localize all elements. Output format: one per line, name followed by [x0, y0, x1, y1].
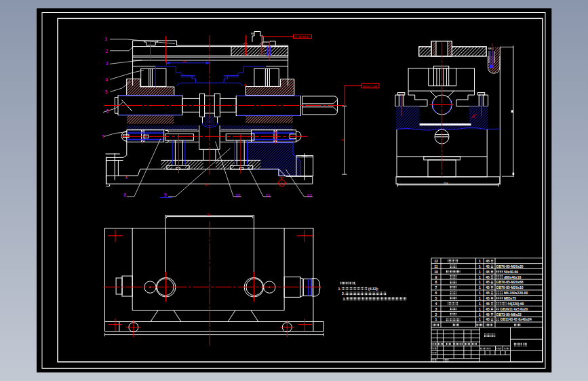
svg-text:GB70-85-M20x88: GB70-85-M20x88 — [496, 280, 524, 284]
svg-text:M8x1: M8x1 — [488, 47, 494, 50]
svg-text:GB2911 4x5 6x20: GB2911 4x5 6x20 — [501, 307, 528, 311]
svg-text:GB70-85-M20x35: GB70-85-M20x35 — [496, 264, 524, 268]
svg-text:M8: M8 — [251, 33, 254, 35]
svg-text:44(220)-60: 44(220)-60 — [507, 302, 524, 306]
svg-text:1: 1 — [479, 275, 481, 279]
svg-text:4: 4 — [435, 302, 437, 306]
svg-text:3: 3 — [435, 307, 437, 311]
svg-text:5: 5 — [435, 296, 437, 300]
svg-text:9: 9 — [435, 275, 437, 279]
svg-text:1: 1 — [479, 264, 481, 268]
svg-text:12: 12 — [307, 193, 313, 198]
svg-text:45: 45 — [486, 264, 490, 268]
svg-text:9: 9 — [164, 193, 167, 197]
svg-text:11: 11 — [434, 264, 438, 268]
svg-text:4: 4 — [106, 77, 109, 82]
svg-text:8: 8 — [124, 193, 127, 197]
svg-text:45: 45 — [486, 307, 490, 311]
svg-text:1: 1 — [479, 313, 481, 317]
svg-text:45: 45 — [486, 280, 490, 284]
svg-text:10: 10 — [434, 270, 438, 274]
svg-text:45: 45 — [486, 317, 490, 321]
svg-text:1: 1 — [479, 307, 481, 311]
svg-text:6: 6 — [435, 291, 437, 295]
svg-text:7: 7 — [435, 285, 437, 289]
svg-text:(4-32);: (4-32); — [368, 287, 378, 291]
svg-text:45: 45 — [486, 296, 490, 300]
svg-text:45: 45 — [486, 285, 490, 289]
svg-text:45: 45 — [486, 270, 490, 274]
svg-text:3.: 3. — [343, 297, 347, 301]
svg-text:11 GB/T68-85: 11 GB/T68-85 — [294, 36, 309, 39]
svg-text:8: 8 — [435, 280, 437, 284]
svg-text:M85x75: M85x75 — [504, 296, 516, 300]
svg-text:1: 1 — [479, 296, 481, 300]
svg-text:1: 1 — [479, 291, 481, 295]
svg-text:134: 134 — [444, 182, 448, 185]
svg-text:6: 6 — [106, 108, 109, 113]
svg-text:75: 75 — [341, 138, 345, 142]
svg-text:407: 407 — [205, 184, 209, 186]
svg-text:1: 1 — [479, 317, 481, 321]
svg-text:1: 1 — [105, 37, 108, 41]
svg-text:45: 45 — [486, 259, 490, 263]
svg-text:GB70-85-M20x10: GB70-85-M20x10 — [496, 285, 524, 289]
svg-text:1: 1 — [479, 302, 481, 306]
svg-text:12: 12 — [434, 259, 438, 263]
svg-text:5: 5 — [105, 89, 108, 94]
svg-text:GB1143 45 6x40x24: GB1143 45 6x40x24 — [501, 317, 532, 321]
svg-text:2: 2 — [435, 313, 437, 317]
svg-text:45: 45 — [486, 313, 490, 317]
svg-text:M4-340x220-00: M4-340x220-00 — [504, 291, 528, 295]
svg-text:2.: 2. — [342, 292, 345, 296]
svg-text:1: 1 — [479, 285, 481, 289]
svg-text:M24x1.5-6H: M24x1.5-6H — [363, 85, 377, 88]
svg-text:1: 1 — [479, 280, 481, 284]
svg-text:1: 1 — [479, 259, 481, 263]
svg-text:11: 11 — [266, 193, 271, 198]
svg-text:7: 7 — [102, 134, 104, 139]
svg-text:45: 45 — [486, 302, 490, 306]
svg-text:d80x40x18: d80x40x18 — [504, 275, 522, 279]
svg-text:3: 3 — [106, 61, 109, 66]
svg-text:1.: 1. — [338, 287, 342, 291]
svg-text:GB73-85-M8x22: GB73-85-M8x22 — [496, 313, 522, 317]
svg-text:2: 2 — [106, 49, 109, 54]
svg-text:10: 10 — [235, 193, 241, 198]
svg-text:1: 1 — [479, 270, 481, 274]
svg-text:50x40-60: 50x40-60 — [504, 270, 518, 274]
svg-text:1: 1 — [435, 317, 437, 321]
svg-text:45: 45 — [486, 275, 490, 279]
svg-text:150: 150 — [207, 214, 211, 216]
svg-text:45: 45 — [486, 291, 490, 295]
